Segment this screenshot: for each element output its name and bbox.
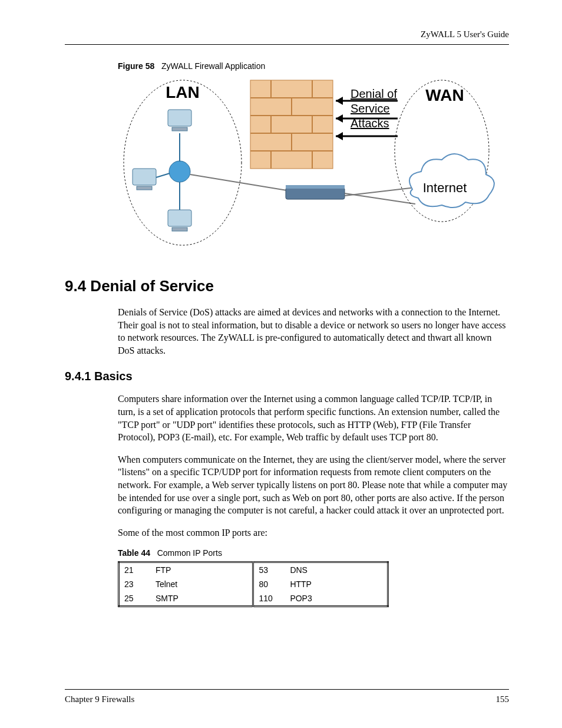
svg-marker-26: [336, 132, 343, 140]
port-cell: 80: [253, 577, 285, 591]
port-cell: 23: [119, 577, 151, 591]
lan-to-device-link: [190, 174, 297, 192]
svg-rect-3: [137, 186, 152, 190]
table-label: Table 44: [118, 548, 150, 558]
table-title: Common IP Ports: [157, 548, 222, 558]
subsection-paragraph: When computers communicate on the Intern…: [118, 453, 509, 517]
lan-computer-icon: [133, 169, 156, 190]
switch-icon: [169, 161, 190, 182]
dos-arrow-icon: [336, 132, 398, 140]
service-cell: DNS: [285, 562, 388, 578]
table-caption: Table 44 Common IP Ports: [118, 548, 509, 558]
svg-rect-4: [168, 210, 191, 226]
table-row: 21 FTP 53 DNS: [119, 562, 388, 578]
section-heading: 9.4 Denial of Service: [65, 277, 509, 295]
subsection-paragraph: Computers share information over the Int…: [118, 393, 509, 443]
firewall-icon: [250, 80, 333, 169]
svg-rect-2: [133, 169, 156, 185]
lan-link: [156, 173, 170, 177]
page-header: ZyWALL 5 User's Guide: [65, 29, 509, 45]
lan-computer-icon: [168, 110, 191, 131]
dos-label-2: Service: [351, 102, 390, 115]
svg-rect-0: [168, 110, 191, 126]
lan-computer-icon: [168, 210, 191, 231]
zywall-device-icon: [286, 185, 345, 199]
internet-cloud-icon: Internet: [409, 154, 494, 207]
table-row: 23 Telnet 80 HTTP: [119, 577, 388, 591]
svg-marker-22: [336, 97, 343, 105]
port-cell: 21: [119, 562, 151, 578]
service-cell: FTP: [151, 562, 253, 578]
port-cell: 25: [119, 591, 151, 607]
dos-label-3: Attacks: [351, 117, 389, 130]
figure-label: Figure 58: [118, 61, 154, 71]
svg-rect-1: [172, 127, 187, 131]
footer-chapter: Chapter 9 Firewalls: [65, 694, 134, 704]
service-cell: HTTP: [285, 577, 388, 591]
svg-rect-19: [286, 187, 345, 199]
svg-marker-24: [336, 114, 343, 123]
subsection-paragraph: Some of the most common IP ports are:: [118, 526, 509, 539]
guide-title: ZyWALL 5 User's Guide: [421, 29, 509, 39]
internet-label: Internet: [423, 180, 467, 195]
ports-table: 21 FTP 53 DNS 23 Telnet 80 HTTP 25 SMTP …: [118, 561, 389, 607]
footer-page-number: 155: [496, 694, 510, 704]
figure-diagram: LAN: [118, 74, 509, 253]
section-paragraph: Denials of Service (DoS) attacks are aim…: [118, 306, 509, 357]
page-footer: Chapter 9 Firewalls 155: [65, 689, 509, 704]
port-cell: 53: [253, 562, 285, 578]
service-cell: Telnet: [151, 577, 253, 591]
dos-label-1: Denial of: [351, 87, 397, 100]
port-cell: 110: [253, 591, 285, 607]
service-cell: POP3: [285, 591, 388, 607]
wan-label: WAN: [425, 86, 464, 104]
table-row: 25 SMTP 110 POP3: [119, 591, 388, 607]
lan-label: LAN: [166, 83, 200, 101]
svg-rect-6: [250, 80, 333, 169]
svg-rect-20: [286, 185, 345, 189]
service-cell: SMTP: [151, 591, 253, 607]
figure-title: ZyWALL Firewall Application: [161, 61, 265, 71]
svg-rect-5: [172, 228, 187, 231]
subsection-heading: 9.4.1 Basics: [65, 370, 509, 383]
figure-caption: Figure 58 ZyWALL Firewall Application: [118, 61, 509, 71]
